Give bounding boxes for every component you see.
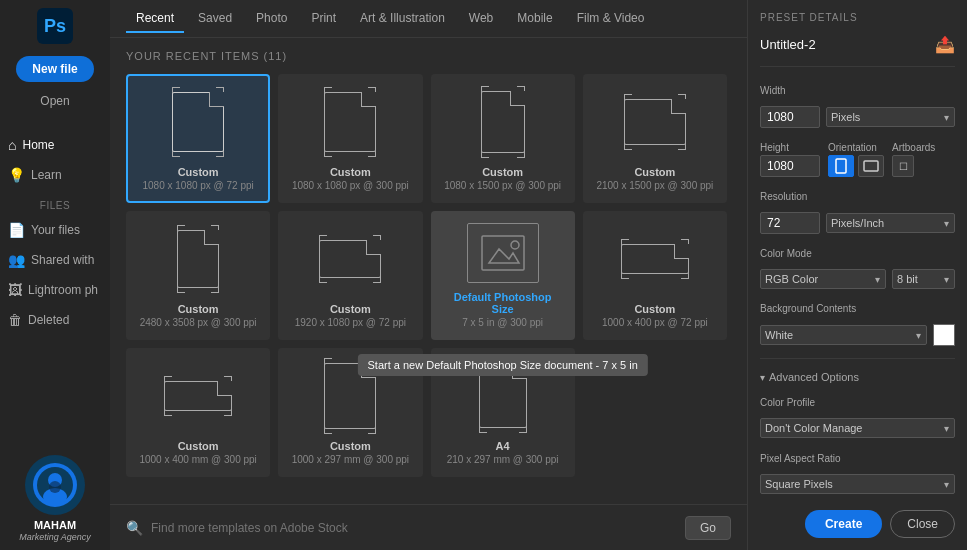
search-input[interactable] — [151, 521, 677, 535]
tab-print[interactable]: Print — [301, 5, 346, 33]
template-size-10: 1000 x 297 mm @ 300 ppi — [292, 454, 409, 465]
main-area: Recent Saved Photo Print Art & Illustrat… — [110, 0, 747, 550]
template-size-7: 7 x 5 in @ 300 ppi — [462, 317, 543, 328]
search-icon: 🔍 — [126, 520, 143, 536]
color-mode-row: RGB Color CMYK Color Grayscale 8 bit 16 … — [760, 269, 955, 289]
sidebar-item-shared[interactable]: 👥 Shared with — [0, 245, 110, 275]
save-icon[interactable]: 📤 — [935, 35, 955, 54]
files-label: FILES — [32, 190, 78, 215]
template-card-4[interactable]: Custom 2100 x 1500 px @ 300 ppi — [583, 74, 727, 203]
create-button[interactable]: Create — [805, 510, 882, 538]
template-grid: Custom 1080 x 1080 px @ 72 ppi — [126, 74, 731, 477]
orientation-row — [828, 155, 884, 177]
sidebar-item-home[interactable]: ⌂ Home — [0, 130, 110, 160]
bg-contents-select[interactable]: White Black Background Color Transparent — [760, 325, 927, 345]
sidebar-item-learn-label: Learn — [31, 168, 62, 182]
color-mode-select[interactable]: RGB Color CMYK Color Grayscale — [760, 269, 886, 289]
template-size-1: 1080 x 1080 px @ 72 ppi — [142, 180, 253, 191]
artboard-button[interactable]: ☐ — [892, 155, 914, 177]
bg-contents-label: Background Contents — [760, 303, 955, 314]
template-icon-1 — [162, 86, 234, 158]
height-group: Height — [760, 136, 820, 177]
advanced-label: Advanced Options — [769, 371, 859, 383]
template-card-5[interactable]: Custom 2480 x 3508 px @ 300 ppi — [126, 211, 270, 340]
sidebar: Ps New file Open ⌂ Home 💡 Learn FILES 📄 … — [0, 0, 110, 550]
width-input[interactable] — [760, 106, 820, 128]
preset-panel: PRESET DETAILS Untitled-2 📤 Width Pixels… — [747, 0, 967, 550]
color-depth-select[interactable]: 8 bit 16 bit 32 bit — [892, 269, 955, 289]
sidebar-item-your-files-label: Your files — [31, 223, 80, 237]
resolution-input[interactable] — [760, 212, 820, 234]
template-card-7[interactable]: Default Photoshop Size 7 x 5 in @ 300 pp… — [431, 211, 575, 340]
template-icon-11 — [467, 360, 539, 432]
open-button[interactable]: Open — [36, 90, 73, 112]
svg-rect-6 — [836, 159, 846, 173]
template-name-3: Custom — [482, 166, 523, 178]
template-card-6[interactable]: Custom 1920 x 1080 px @ 72 ppi — [278, 211, 422, 340]
pixel-aspect-label: Pixel Aspect Ratio — [760, 453, 955, 464]
color-depth-wrap: 8 bit 16 bit 32 bit — [892, 269, 955, 289]
template-card-10[interactable]: Custom 1000 x 297 mm @ 300 ppi — [278, 348, 422, 477]
sidebar-item-deleted[interactable]: 🗑 Deleted — [0, 305, 110, 335]
tab-recent[interactable]: Recent — [126, 5, 184, 33]
advanced-toggle[interactable]: ▾ Advanced Options — [760, 371, 955, 383]
svg-point-5 — [511, 241, 519, 249]
tab-web[interactable]: Web — [459, 5, 503, 33]
template-name-4: Custom — [634, 166, 675, 178]
height-orientation-row: Height Orientation Artboards ☐ — [760, 136, 955, 177]
resolution-label: Resolution — [760, 191, 955, 202]
template-card-1[interactable]: Custom 1080 x 1080 px @ 72 ppi — [126, 74, 270, 203]
color-profile-select[interactable]: Don't Color Manage sRGB IEC61966-2.1 Ado… — [760, 418, 955, 438]
template-icon-4 — [619, 86, 691, 158]
home-icon: ⌂ — [8, 137, 16, 153]
landscape-button[interactable] — [858, 155, 884, 177]
color-swatch[interactable] — [933, 324, 955, 346]
template-card-2[interactable]: Custom 1080 x 1080 px @ 300 ppi — [278, 74, 422, 203]
panel-bottom: Create Close — [760, 502, 955, 538]
tab-mobile[interactable]: Mobile — [507, 5, 562, 33]
orientation-group: Orientation — [828, 136, 884, 177]
template-grid-area: Custom 1080 x 1080 px @ 72 ppi — [126, 74, 731, 504]
template-size-5: 2480 x 3508 px @ 300 ppi — [140, 317, 257, 328]
content-area: YOUR RECENT ITEMS (11) — [110, 38, 747, 504]
go-button[interactable]: Go — [685, 516, 731, 540]
width-unit-select[interactable]: Pixels Inches Centimeters Millimeters — [826, 107, 955, 127]
search-bar: 🔍 Go — [110, 504, 747, 550]
new-file-button[interactable]: New file — [16, 56, 93, 82]
pixel-aspect-select[interactable]: Square Pixels D1/DV NTSC D1/DV PAL — [760, 474, 955, 494]
template-card-3[interactable]: Custom 1080 x 1500 px @ 300 ppi — [431, 74, 575, 203]
template-card-9[interactable]: Custom 1000 x 400 mm @ 300 ppi — [126, 348, 270, 477]
tab-film[interactable]: Film & Video — [567, 5, 655, 33]
shared-icon: 👥 — [8, 252, 25, 268]
sidebar-item-lightroom-label: Lightroom ph — [28, 283, 98, 297]
orientation-label: Orientation — [828, 142, 884, 153]
portrait-button[interactable] — [828, 155, 854, 177]
template-size-8: 1000 x 400 px @ 72 ppi — [602, 317, 708, 328]
pixel-aspect-wrap: Square Pixels D1/DV NTSC D1/DV PAL — [760, 474, 955, 495]
width-row: Pixels Inches Centimeters Millimeters — [760, 106, 955, 128]
trash-icon: 🗑 — [8, 312, 22, 328]
bg-contents-wrap: White Black Background Color Transparent — [760, 325, 927, 345]
sidebar-item-learn[interactable]: 💡 Learn — [0, 160, 110, 190]
height-input[interactable] — [760, 155, 820, 177]
template-size-6: 1920 x 1080 px @ 72 ppi — [295, 317, 406, 328]
artboard-label: Artboards — [892, 142, 935, 153]
width-unit-wrap: Pixels Inches Centimeters Millimeters — [826, 107, 955, 127]
template-name-10: Custom — [330, 440, 371, 452]
width-label: Width — [760, 85, 955, 96]
template-card-8[interactable]: Custom 1000 x 400 px @ 72 ppi — [583, 211, 727, 340]
height-label: Height — [760, 142, 820, 153]
template-card-11[interactable]: A4 210 x 297 mm @ 300 ppi — [431, 348, 575, 477]
sidebar-item-your-files[interactable]: 📄 Your files — [0, 215, 110, 245]
avatar-inner — [33, 463, 77, 507]
close-button[interactable]: Close — [890, 510, 955, 538]
sidebar-item-lightroom[interactable]: 🖼 Lightroom ph — [0, 275, 110, 305]
tab-saved[interactable]: Saved — [188, 5, 242, 33]
tab-photo[interactable]: Photo — [246, 5, 297, 33]
template-size-11: 210 x 297 mm @ 300 ppi — [447, 454, 559, 465]
template-name-1: Custom — [178, 166, 219, 178]
resolution-unit-select[interactable]: Pixels/Inch Pixels/Centimeter — [826, 213, 955, 233]
template-size-2: 1080 x 1080 px @ 300 ppi — [292, 180, 409, 191]
tab-art[interactable]: Art & Illustration — [350, 5, 455, 33]
template-icon-10 — [314, 360, 386, 432]
